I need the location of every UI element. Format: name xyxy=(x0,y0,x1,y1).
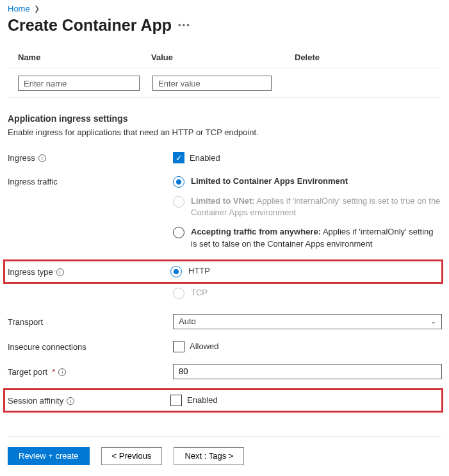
wizard-footer: Review + create < Previous Next : Tags > xyxy=(8,436,441,465)
env-var-columns: Name Value Delete xyxy=(8,53,441,62)
env-name-input[interactable] xyxy=(18,76,140,91)
transport-select[interactable]: Auto ⌄ xyxy=(173,314,442,329)
section-heading: Application ingress settings xyxy=(8,113,441,124)
radio-icon xyxy=(173,288,184,299)
breadcrumb-home[interactable]: Home xyxy=(8,4,30,13)
ingress-checkbox-label: Enabled xyxy=(190,153,220,163)
traffic-opt-limited-vnet: Limited to VNet: Applies if 'internalOnl… xyxy=(173,195,441,218)
breadcrumb: Home ❯ xyxy=(8,4,441,13)
chevron-down-icon: ⌄ xyxy=(430,317,436,325)
session-affinity-checkbox[interactable]: Enabled xyxy=(170,395,441,406)
ingress-type-label: Ingress type xyxy=(8,267,53,277)
ingress-checkbox[interactable]: Enabled xyxy=(173,152,441,163)
info-icon[interactable]: i xyxy=(38,154,46,162)
env-value-input[interactable] xyxy=(152,76,272,91)
transport-label: Transport xyxy=(8,317,43,327)
ingress-type-tcp: TCP xyxy=(173,287,441,299)
session-affinity-label: Session affinity xyxy=(8,396,63,406)
insecure-checkbox[interactable]: Allowed xyxy=(173,341,441,352)
insecure-checkbox-label: Allowed xyxy=(190,341,219,351)
section-desc: Enable ingress for applications that nee… xyxy=(8,127,441,137)
info-icon[interactable]: i xyxy=(56,268,64,276)
radio-icon xyxy=(173,176,184,188)
page-title: Create Container App xyxy=(8,16,172,35)
col-delete: Delete xyxy=(295,53,320,62)
traffic-opt-anywhere[interactable]: Accepting traffic from anywhere: Applies… xyxy=(173,226,441,249)
col-name: Name xyxy=(18,53,138,62)
traffic-opt-limited-env[interactable]: Limited to Container Apps Environment xyxy=(173,176,441,188)
more-actions-button[interactable]: ••• xyxy=(178,21,191,30)
target-port-label: Target port xyxy=(8,367,47,377)
transport-value: Auto xyxy=(179,316,196,326)
col-value: Value xyxy=(151,53,282,62)
previous-button[interactable]: < Previous xyxy=(101,447,163,465)
insecure-label: Insecure connections xyxy=(8,342,86,352)
session-affinity-checkbox-label: Enabled xyxy=(187,395,218,405)
info-icon[interactable]: i xyxy=(58,368,66,376)
ingress-type-http[interactable]: HTTP xyxy=(170,265,210,277)
review-create-button[interactable]: Review + create xyxy=(8,447,90,465)
divider xyxy=(8,97,441,98)
radio-icon xyxy=(173,227,184,238)
ingress-traffic-label: Ingress traffic xyxy=(8,177,58,186)
info-icon[interactable]: i xyxy=(67,397,74,405)
chevron-right-icon: ❯ xyxy=(34,4,40,13)
target-port-input[interactable] xyxy=(173,364,442,379)
divider xyxy=(8,69,441,69)
radio-icon xyxy=(170,266,182,277)
next-button[interactable]: Next : Tags > xyxy=(174,447,244,465)
ingress-label: Ingress xyxy=(8,153,35,163)
required-icon: * xyxy=(52,367,55,377)
session-affinity-row: Session affinity i Enabled xyxy=(5,390,441,411)
radio-icon xyxy=(173,196,184,208)
ingress-type-row: Ingress type i HTTP xyxy=(5,261,441,282)
